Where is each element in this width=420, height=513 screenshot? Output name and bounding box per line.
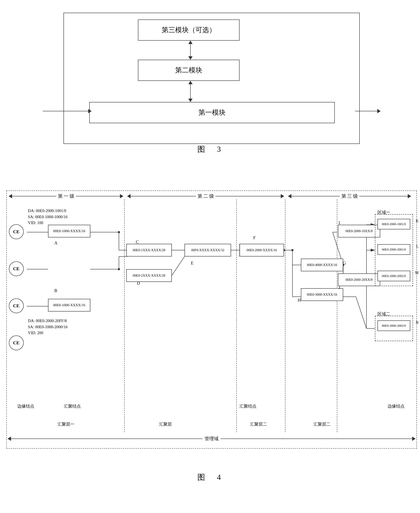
svg-point-19 — [291, 249, 293, 251]
arrow-top2 — [188, 81, 193, 84]
arrow-bottom — [188, 56, 193, 60]
agg-layer2-left: 汇聚层二 — [250, 421, 267, 427]
node-00E0-1000-top: 00E0-1000-XXXX/16 — [48, 225, 90, 237]
fig3-outer-box: 第三模块（可选） 第二模块 第一模块 — [63, 13, 360, 144]
block3-label: 第三模块（可选） — [162, 25, 216, 35]
node-J-box: 00E0-2000-20XX/8 — [338, 273, 380, 286]
node-I-box: 00E0-2000-10XX/8 — [338, 225, 380, 237]
block2-label: 第二模块 — [175, 66, 202, 75]
arrow-left-in — [43, 111, 91, 111]
region1-label: 区域一 — [377, 210, 390, 215]
ce-4: CE — [9, 335, 24, 350]
m-label: M — [415, 271, 419, 275]
fig3-title: 图 3 — [42, 144, 381, 154]
agg-node-center: 汇聚结点 — [240, 403, 256, 409]
block2: 第二模块 — [138, 60, 240, 81]
node-F-label: 00E0-2000-XXXX/16 — [247, 248, 277, 252]
sa-top: SA: 00E0-1000-1000/16 — [28, 214, 68, 220]
mgmt-arrowhead-right — [412, 437, 416, 441]
level2-label: 第 二 级 — [196, 193, 216, 199]
node-M-label: 00E0-2000-2002/0 — [382, 274, 406, 278]
node-00E0-1000-bot: 00E0-1000-XXXX/16 — [48, 299, 90, 311]
region2-box: 区域二 00E0-3000-2002/0 N — [375, 316, 413, 341]
ce-4-label: CE — [13, 340, 20, 346]
node-L-label: 00E0-2000-2001/0 — [382, 248, 406, 251]
agg-layer1: 汇聚层一 — [58, 421, 75, 427]
node-e-label: E — [191, 261, 193, 266]
ce-2-label: CE — [13, 266, 20, 272]
ce-3: CE — [9, 298, 24, 313]
fig4-outer-border: 第 一 级 第 二 级 第 三 级 — [6, 190, 417, 449]
node-K-label: 00E0-2000-1001/0 — [382, 222, 406, 226]
node-f-label: F — [253, 235, 255, 240]
level3-area: 第 三 级 — [286, 193, 413, 199]
fig4-title: 图 4 — [4, 472, 419, 483]
v-sep-2 — [236, 199, 237, 432]
v-sep-1 — [124, 199, 125, 432]
edge-node-left: 边缘结点 — [17, 403, 34, 409]
svg-line-12 — [172, 256, 185, 276]
v-sep-3 — [285, 199, 285, 432]
vid-bot: VID: 200 — [28, 330, 68, 336]
node-G-box: 00E0-4000-XXXX/16 — [301, 259, 343, 271]
node-H-box: 00E0-3000-XXXX/16 — [301, 288, 343, 301]
node-C-label: 00E0-1XXX-XXXX/28 — [133, 248, 165, 252]
ce-1-label: CE — [13, 229, 20, 234]
svg-point-10 — [118, 268, 120, 270]
da-sa-vid-bot: DA: 00E0-2000-20FF/8 SA: 00E0-1000-2000/… — [28, 318, 68, 336]
arrow-shaft — [190, 44, 191, 56]
node-E-label: 00F0-XXXX-XXXX/32 — [191, 248, 224, 252]
block1-label: 第一模块 — [198, 108, 225, 117]
node-M-box: 00E0-2000-2002/0 — [377, 271, 410, 281]
block3: 第三模块（可选） — [138, 19, 240, 41]
da-bot: DA: 00E0-2000-20FF/8 — [28, 318, 68, 324]
v-sep-4 — [337, 199, 337, 432]
node-00E0-1000-bot-label: 00E0-1000-XXXX/16 — [53, 303, 85, 307]
node-00E0-1000-top-label: 00E0-1000-XXXX/16 — [53, 229, 85, 233]
node-h-label: H — [298, 298, 301, 303]
region2-label: 区域二 — [377, 311, 390, 317]
mgmt-label: 管理域 — [202, 436, 221, 442]
node-b-label: B — [54, 288, 57, 293]
level1-label: 第 一 级 — [56, 193, 76, 199]
node-D-label: 00E0-2XXX-XXXX/28 — [133, 274, 165, 278]
region1-box: 区域一 00E0-2000-1001/0 K 00E0-2000-2001/0 … — [375, 214, 413, 286]
level3-label: 第 三 级 — [340, 193, 360, 199]
agg-node-left: 汇聚结点 — [64, 403, 81, 409]
node-E-box: 00F0-XXXX-XXXX/32 — [185, 244, 231, 256]
arrow-top — [188, 41, 193, 44]
node-a-label: A — [54, 241, 57, 246]
node-g-label: G — [343, 261, 346, 266]
k-label: K — [416, 219, 419, 223]
svg-point-9 — [118, 231, 120, 233]
node-C-box: 00E0-1XXX-XXXX/28 — [126, 244, 172, 256]
level1-area: 第 一 级 — [7, 193, 125, 199]
mgmt-arrowhead-left — [8, 437, 11, 441]
node-N-box: 00E0-3000-2002/0 — [377, 320, 410, 331]
ce-1: CE — [9, 224, 24, 239]
arrow-bottom2 — [188, 99, 193, 102]
level2-area: 第 二 级 — [125, 193, 286, 199]
node-N-label: 00E0-3000-2002/0 — [382, 324, 406, 328]
edge-node-right: 边缘结点 — [388, 403, 405, 409]
da-top: DA: 00E0-2000-1001/0 — [28, 208, 68, 214]
n-label: N — [416, 320, 419, 325]
svg-line-36 — [356, 297, 367, 328]
ce-3-label: CE — [13, 303, 20, 309]
agg-layer: 汇聚层 — [159, 421, 172, 427]
figure-3: 第三模块（可选） 第二模块 第一模块 图 3 — [42, 8, 381, 157]
node-D-box: 00E0-2XXX-XXXX/28 — [126, 269, 172, 282]
node-H-label: 00E0-3000-XXXX/16 — [307, 293, 337, 296]
figure-4: 第 一 级 第 二 级 第 三 级 — [4, 178, 419, 485]
node-F-box: 00E0-2000-XXXX/16 — [240, 244, 284, 256]
da-sa-vid-top: DA: 00E0-2000-1001/0 SA: 00E0-1000-1000/… — [28, 208, 68, 226]
mgmt-domain-row: 管理域 — [7, 436, 416, 442]
ce-2: CE — [9, 261, 24, 276]
node-L-box: 00E0-2000-2001/0 — [377, 244, 410, 255]
agg-layer2-right: 汇聚层二 — [314, 421, 330, 427]
node-K-box: 00E0-2000-1001/0 — [377, 219, 410, 229]
l-label: L — [416, 244, 419, 249]
sa-bot: SA: 00E0-1000-2000/16 — [28, 324, 68, 330]
node-G-label: 00E0-4000-XXXX/16 — [307, 263, 337, 267]
node-J-label: 00E0-2000-20XX/8 — [345, 278, 373, 282]
